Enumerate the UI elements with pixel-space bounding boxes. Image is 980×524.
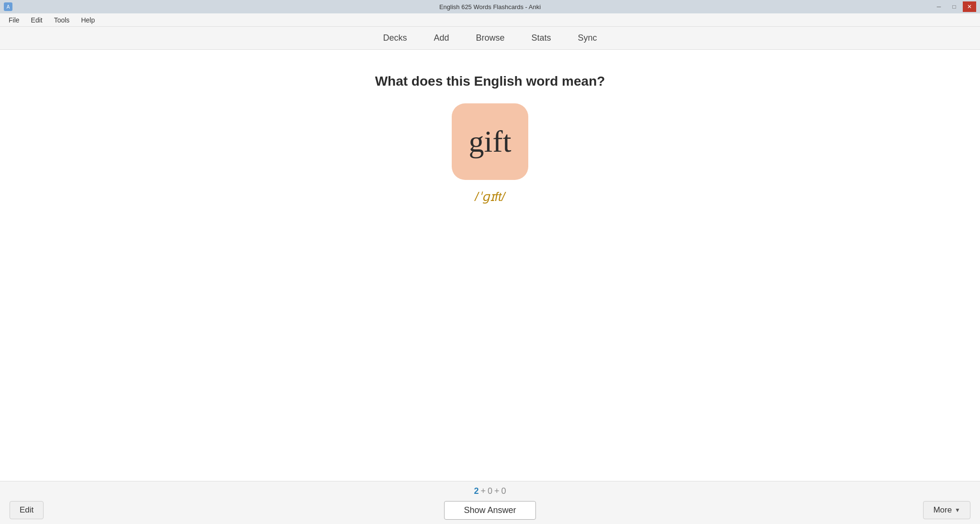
nav-add[interactable]: Add <box>430 31 453 45</box>
question-text: What does this English word mean? <box>375 74 605 89</box>
minimize-button[interactable]: ─ <box>932 1 946 12</box>
svg-text:A: A <box>7 4 10 10</box>
count-blue: 2 <box>474 486 479 496</box>
nav-sync[interactable]: Sync <box>574 31 601 45</box>
nav-decks[interactable]: Decks <box>379 31 411 45</box>
more-button[interactable]: More ▼ <box>923 501 970 519</box>
pronunciation-text: /ˈɡɪft/ <box>475 190 505 204</box>
show-answer-button[interactable]: Show Answer <box>444 501 535 520</box>
word-card: gift <box>452 103 528 180</box>
nav-browse[interactable]: Browse <box>472 31 508 45</box>
bottom-buttons: Edit Show Answer More ▼ <box>0 501 980 520</box>
menu-bar: File Edit Tools Help <box>0 13 980 27</box>
window-controls: ─ □ ✕ <box>932 1 976 12</box>
close-button[interactable]: ✕ <box>963 1 976 12</box>
card-counts: 2 + 0 + 0 <box>474 486 506 496</box>
menu-edit[interactable]: Edit <box>26 15 47 25</box>
title-bar-title: English 625 Words Flashcards - Anki <box>439 3 541 11</box>
maximize-button[interactable]: □ <box>947 1 961 12</box>
word-text: gift <box>469 124 512 159</box>
count-zero-2: 0 <box>501 486 506 496</box>
more-label: More <box>933 505 952 515</box>
chevron-down-icon: ▼ <box>955 507 960 513</box>
title-bar: A English 625 Words Flashcards - Anki ─ … <box>0 0 980 13</box>
app-icon: A <box>4 2 12 11</box>
bottom-bar: 2 + 0 + 0 Edit Show Answer More ▼ <box>0 481 980 524</box>
title-bar-left: A <box>4 2 12 11</box>
count-zero-1: 0 <box>488 486 492 496</box>
edit-button[interactable]: Edit <box>10 501 44 519</box>
menu-file[interactable]: File <box>4 15 24 25</box>
count-sep-2: + <box>494 486 500 496</box>
top-nav: Decks Add Browse Stats Sync <box>0 27 980 50</box>
main-content: What does this English word mean? gift /… <box>0 50 980 481</box>
menu-help[interactable]: Help <box>76 15 100 25</box>
count-sep-1: + <box>480 486 486 496</box>
menu-tools[interactable]: Tools <box>49 15 75 25</box>
nav-stats[interactable]: Stats <box>528 31 555 45</box>
